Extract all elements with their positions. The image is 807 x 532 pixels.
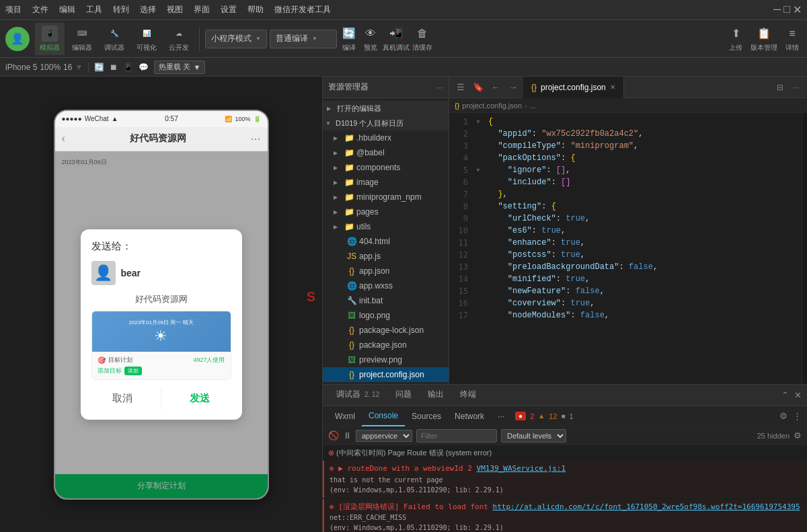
device-debug-btn[interactable]: 📲 真机调试 [383, 26, 410, 52]
tree-item-404[interactable]: 🌐 404.html [323, 234, 449, 249]
tree-item-babel[interactable]: ▶ 📁 @babel [323, 145, 449, 160]
level-select[interactable]: Default levels [501, 429, 566, 443]
menu-编辑[interactable]: 编辑 [59, 4, 75, 15]
toolbar-sep-1 [199, 27, 200, 51]
console-sources-tab[interactable]: Sources [405, 406, 448, 426]
code-content[interactable]: { "appid": "wx75c2922fb0a2a4c2", "compil… [483, 113, 802, 384]
error-link-1[interactable]: VM139_WAService.js:1 [477, 464, 566, 473]
appservice-select[interactable]: appservice [356, 430, 412, 442]
debug-output-tab[interactable]: 输出 [420, 385, 452, 406]
tree-item-hbuilderx[interactable]: ▶ 📁 .hbuilderx [323, 130, 449, 145]
upload-btn[interactable]: ⬆ 上传 [726, 26, 745, 52]
back-icon-btn[interactable]: ← [488, 80, 503, 95]
error-count: 2 [530, 412, 534, 420]
menu-文件[interactable]: 文件 [32, 4, 48, 15]
console-network-tab[interactable]: Network [448, 406, 491, 426]
tab-close-icon[interactable]: ✕ [610, 83, 615, 91]
clear-console-btn[interactable]: 🚫 [328, 430, 339, 441]
clear-cache-btn[interactable]: 🗑 清缓存 [412, 26, 432, 52]
split-editor-icon[interactable]: ⊟ [773, 81, 787, 94]
toolbar-cloud-btn[interactable]: ☁ 云开发 [164, 23, 194, 55]
forward-icon-btn[interactable]: → [506, 80, 521, 95]
collapse-8[interactable]: ▼ [473, 164, 483, 176]
hot-reload-toggle[interactable]: 🔄 [94, 63, 104, 72]
sim-toggle-btn[interactable]: 💬 [139, 63, 149, 72]
preview-btn[interactable]: 👁 预览 [361, 26, 380, 52]
toolbar-editor-btn[interactable]: ⌨ 编辑器 [67, 23, 97, 55]
tree-item-pkglock[interactable]: {} package-lock.json [323, 323, 449, 338]
console-right-icons: ⚙ ⋮ [779, 411, 802, 421]
phone-content: 2023年01月09日 发送给： 👤 bear [55, 151, 268, 498]
more-icon[interactable]: ⋮ [793, 411, 802, 421]
card-date-label: 2023年01月09日 周一 晴天 ☀ [128, 319, 193, 345]
collapse-4[interactable]: ▼ [473, 116, 483, 128]
error-link-2[interactable]: http://at.alicdn.com/t/c/font_1671050_2w… [493, 502, 800, 511]
tree-item-image[interactable]: ▶ 📁 image [323, 175, 449, 190]
menu-设置[interactable]: 设置 [221, 4, 237, 15]
toolbar-visualize-btn[interactable]: 📊 可视化 [132, 23, 161, 55]
mode-selector[interactable]: 小程序模式 ▼ [205, 30, 267, 48]
debug-terminal-tab[interactable]: 终端 [452, 385, 484, 406]
tree-item-pages[interactable]: ▶ 📁 pages [323, 204, 449, 219]
window-minimize[interactable]: ─ [773, 3, 781, 16]
menu-视图[interactable]: 视图 [167, 4, 183, 15]
tree-item-appjs[interactable]: JS app.js [323, 249, 449, 264]
window-maximize[interactable]: □ [783, 3, 790, 16]
menu-界面[interactable]: 界面 [194, 4, 210, 15]
hot-reload-dropdown[interactable]: 热重载 关 ▼ [154, 61, 205, 74]
compile-selector[interactable]: 普通编译 ▼ [270, 30, 337, 48]
tree-item-components[interactable]: ▶ 📁 components [323, 160, 449, 175]
pause-on-error-btn[interactable]: ⏸ [343, 430, 352, 441]
tree-item-logopng[interactable]: 🖼 logo.png [323, 308, 449, 323]
details-btn[interactable]: ≡ 详情 [783, 26, 802, 52]
explorer-more-icon[interactable]: ··· [436, 83, 443, 92]
window-close[interactable]: ✕ [793, 3, 802, 16]
stop-btn[interactable]: ⏹ [110, 63, 118, 72]
menu-帮助[interactable]: 帮助 [247, 4, 264, 15]
console-wxml-tab[interactable]: Wxml [328, 406, 362, 426]
open-editors-section[interactable]: ▶ 打开的编辑器 [323, 101, 449, 116]
console-console-tab[interactable]: Console [362, 406, 405, 426]
menu-转到[interactable]: 转到 [113, 4, 129, 15]
menu-工具[interactable]: 工具 [86, 4, 102, 15]
more-editor-icon[interactable]: ··· [790, 81, 803, 94]
share-send-button[interactable]: 发送 [176, 388, 223, 409]
bookmark-icon-btn[interactable]: 🔖 [471, 80, 486, 95]
project-section[interactable]: ▼ D1019 个人目标日历 [323, 116, 449, 130]
debug-debugger-tab[interactable]: 调试器 2. 12 [328, 385, 387, 406]
simulator-content: ●●●●● WeChat ▲ 0:57 📶 100% 🔋 ‹ 好代码资源网 [0, 77, 322, 532]
device-select[interactable]: iPhone 5 100% 16 ▼ [5, 63, 83, 72]
toolbar-simulator-btn[interactable]: 📱 模拟器 [35, 23, 65, 55]
tree-item-pkgjson[interactable]: {} package.json [323, 338, 449, 352]
version-mgmt-btn[interactable]: 📋 版本管理 [751, 26, 777, 52]
tree-item-appwxss[interactable]: 🌐 app.wxss [323, 278, 449, 293]
menu-选择[interactable]: 选择 [140, 4, 156, 15]
explorer-icon-btn[interactable]: ☰ [453, 80, 468, 95]
panel-close-icon[interactable]: ✕ [794, 390, 802, 400]
tree-item-projectconfig[interactable]: {} project.config.json [323, 367, 449, 382]
tree-item-utils[interactable]: ▶ 📁 utils [323, 219, 449, 234]
share-cancel-button[interactable]: 取消 [99, 388, 146, 409]
error-badge: ● [515, 412, 526, 420]
debug-issues-tab[interactable]: 问题 [387, 385, 420, 406]
compile-btn[interactable]: 🔄 编译 [340, 26, 358, 52]
code-editor[interactable]: 1 2 3 4 5 6 7 8 9 10 11 12 13 14 [449, 113, 807, 384]
share-dialog: 发送给： 👤 bear 好代码资源网 [81, 229, 242, 420]
console-more-tab[interactable]: ··· [491, 406, 511, 426]
add-btn[interactable]: 添加 [124, 367, 142, 375]
tree-item-previewpng[interactable]: 🖼 preview.png [323, 352, 449, 367]
tree-item-miniprogram-npm[interactable]: ▶ 📁 miniprogram_npm [323, 190, 449, 204]
filter-input[interactable] [416, 429, 497, 443]
editor-tab-projectconfig[interactable]: {} project.config.json ✕ [523, 77, 624, 98]
panel-expand-icon[interactable]: ⌃ [781, 390, 789, 400]
menu-项目[interactable]: 项目 [5, 4, 22, 15]
more-icon[interactable]: ··· [250, 132, 260, 146]
code-line-15: "newFeature": false, [488, 285, 796, 297]
console-settings-icon[interactable]: ⚙ [794, 430, 802, 441]
menu-微信开发者工具[interactable]: 微信开发者工具 [274, 4, 331, 15]
tree-item-appjson[interactable]: {} app.json [323, 264, 449, 278]
phone-btn[interactable]: 📱 [123, 63, 133, 72]
toolbar-debugger-btn[interactable]: 🔧 调试器 [100, 23, 129, 55]
settings-icon[interactable]: ⚙ [779, 411, 787, 421]
tree-item-initbat[interactable]: 🔧 init.bat [323, 293, 449, 308]
